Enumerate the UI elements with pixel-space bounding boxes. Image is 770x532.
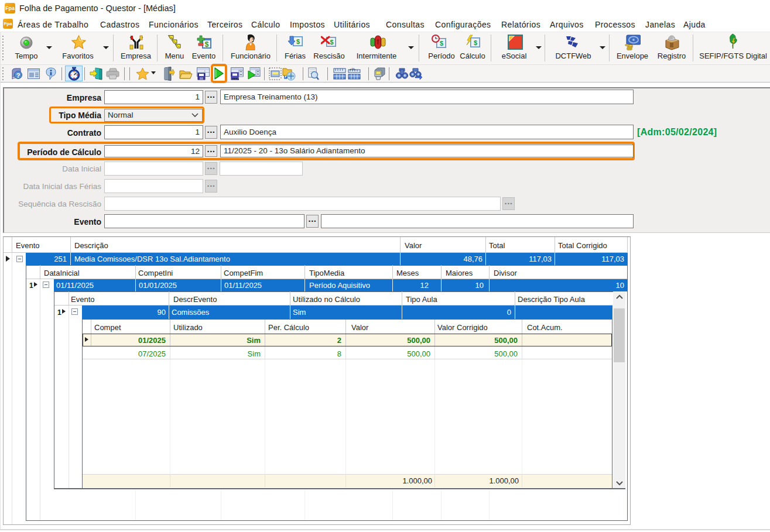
svg-text:$: $ <box>205 40 209 49</box>
svg-text:$: $ <box>296 38 300 45</box>
svg-text:$: $ <box>440 40 443 47</box>
svg-text:?: ? <box>16 72 20 79</box>
svg-text:$: $ <box>330 39 333 46</box>
svg-text:$: $ <box>474 39 477 46</box>
svg-text:+%-: +%- <box>350 68 356 71</box>
